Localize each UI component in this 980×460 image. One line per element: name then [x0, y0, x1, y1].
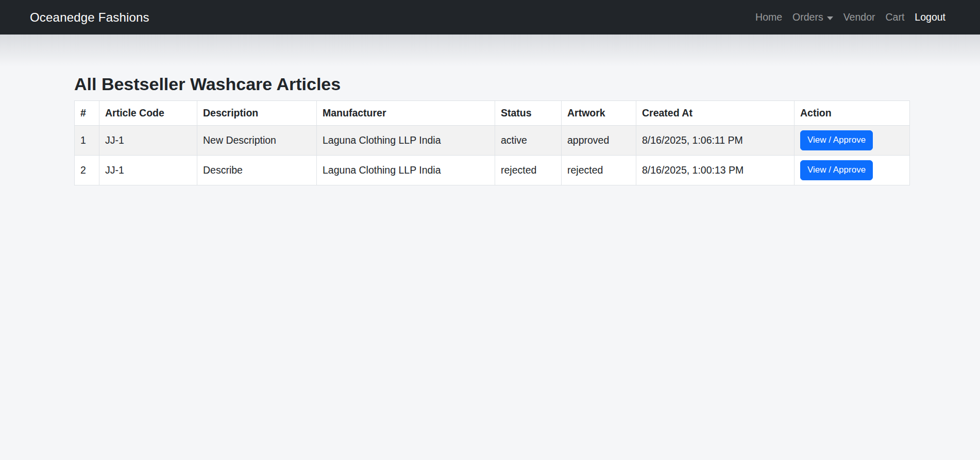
- cell-artwork: rejected: [562, 155, 636, 185]
- main-content: All Bestseller Washcare Articles # Artic…: [74, 35, 909, 185]
- cell-status: rejected: [495, 155, 562, 185]
- table-row: 2 JJ-1 Describe Laguna Clothing LLP Indi…: [75, 155, 910, 185]
- nav-item-orders-label: Orders: [792, 11, 823, 23]
- table-header-row: # Article Code Description Manufacturer …: [75, 100, 910, 125]
- cell-manufacturer: Laguna Clothing LLP India: [317, 155, 495, 185]
- column-header-article-code: Article Code: [99, 100, 197, 125]
- navbar-nav: Home Orders Vendor Cart Logout: [750, 6, 951, 28]
- cell-created-at: 8/16/2025, 1:06:11 PM: [636, 125, 795, 155]
- column-header-description: Description: [197, 100, 317, 125]
- nav-item-logout[interactable]: Logout: [909, 6, 951, 28]
- nav-item-cart[interactable]: Cart: [881, 6, 910, 28]
- cell-created-at: 8/16/2025, 1:00:13 PM: [636, 155, 795, 185]
- column-header-created-at: Created At: [636, 100, 795, 125]
- column-header-action: Action: [795, 100, 910, 125]
- chevron-down-icon: [827, 16, 833, 20]
- cell-article-code: JJ-1: [99, 155, 197, 185]
- table-row: 1 JJ-1 New Description Laguna Clothing L…: [75, 125, 910, 155]
- column-header-status: Status: [495, 100, 562, 125]
- navbar-brand[interactable]: Oceanedge Fashions: [30, 10, 149, 25]
- nav-item-home[interactable]: Home: [750, 6, 787, 28]
- nav-item-orders-dropdown[interactable]: Orders: [787, 6, 838, 28]
- cell-status: active: [495, 125, 562, 155]
- cell-index: 2: [75, 155, 99, 185]
- navbar: Oceanedge Fashions Home Orders Vendor Ca…: [0, 0, 980, 35]
- cell-article-code: JJ-1: [99, 125, 197, 155]
- articles-table: # Article Code Description Manufacturer …: [74, 100, 910, 185]
- column-header-manufacturer: Manufacturer: [317, 100, 495, 125]
- column-header-index: #: [75, 100, 99, 125]
- cell-action: View / Approve: [795, 125, 910, 155]
- page-title: All Bestseller Washcare Articles: [74, 74, 909, 95]
- nav-item-vendor[interactable]: Vendor: [838, 6, 881, 28]
- view-approve-button[interactable]: View / Approve: [800, 160, 873, 180]
- cell-artwork: approved: [562, 125, 636, 155]
- cell-manufacturer: Laguna Clothing LLP India: [317, 125, 495, 155]
- view-approve-button[interactable]: View / Approve: [800, 130, 873, 150]
- cell-description: New Description: [197, 125, 317, 155]
- cell-description: Describe: [197, 155, 317, 185]
- cell-index: 1: [75, 125, 99, 155]
- cell-action: View / Approve: [795, 155, 910, 185]
- column-header-artwork: Artwork: [562, 100, 636, 125]
